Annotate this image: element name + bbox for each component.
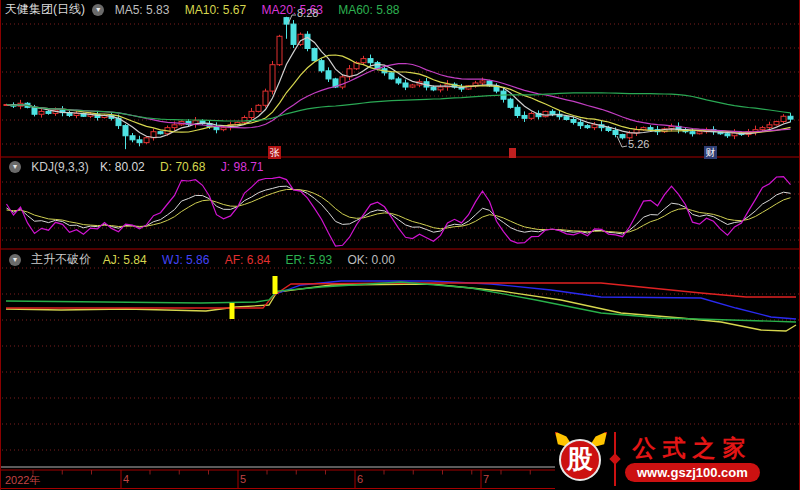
signal-marker-张: 张 bbox=[268, 146, 281, 159]
indicator-name: 主升不破价 bbox=[31, 252, 91, 266]
indicator-aj-value: AJ: 5.84 bbox=[103, 253, 147, 267]
indicator-af-value: AF: 6.84 bbox=[225, 253, 270, 267]
logo-url: www.gszj100.com bbox=[625, 463, 760, 482]
chart-canvas[interactable] bbox=[1, 0, 800, 490]
diamond-icon bbox=[609, 453, 620, 464]
ma10-value: MA10: 5.67 bbox=[185, 3, 246, 17]
axis-month-label: 4 bbox=[123, 473, 129, 485]
grid-lines bbox=[2, 24, 800, 450]
indicator-line-er bbox=[6, 282, 796, 322]
axis-year-label: 2022年 bbox=[5, 473, 40, 488]
kdj-name: KDJ(9,3,3) bbox=[31, 160, 88, 174]
logo-brand-text: 公式之家 bbox=[632, 435, 752, 461]
logo-stock-character: 股 bbox=[559, 439, 601, 481]
moving-average-lines bbox=[7, 38, 791, 138]
price-annotation-peak: 8.28 bbox=[297, 7, 318, 19]
kdj-panel-header: ▾ KDJ(9,3,3) K: 80.02 D: 70.68 J: 98.71 bbox=[5, 159, 276, 174]
indicator-panel-header: ▾ 主升不破价 AJ: 5.84 WJ: 5.86 AF: 6.84 ER: 5… bbox=[5, 251, 407, 268]
kdj-j-value: J: 98.71 bbox=[221, 160, 264, 174]
watermark-logo: 股 公式之家 www.gszj100.com bbox=[555, 428, 799, 489]
collapse-icon[interactable]: ▾ bbox=[9, 161, 21, 173]
stock-title: 天健集团(日线) bbox=[5, 2, 85, 16]
axis-month-label: 5 bbox=[240, 473, 246, 485]
indicator-signal-bars bbox=[230, 276, 278, 319]
signal-marker-财: 财 bbox=[704, 146, 717, 159]
signal-marker bbox=[509, 148, 516, 158]
stock-chart-app: 天健集团(日线) ▾ MA5: 5.83 MA10: 5.67 MA20: 5.… bbox=[0, 0, 800, 490]
logo-divider bbox=[614, 432, 616, 486]
indicator-ok-value: OK: 0.00 bbox=[348, 253, 395, 267]
collapse-icon[interactable]: ▾ bbox=[92, 4, 104, 16]
axis-month-label: 7 bbox=[483, 473, 489, 485]
axis-month-label: 6 bbox=[357, 473, 363, 485]
indicator-line-af bbox=[6, 283, 796, 308]
ma5-value: MA5: 5.83 bbox=[115, 3, 170, 17]
annotation-arrows bbox=[288, 15, 627, 147]
bull-icon: 股 bbox=[555, 432, 607, 486]
price-annotation-low: 5.26 bbox=[628, 138, 649, 150]
indicator-wj-value: WJ: 5.86 bbox=[162, 253, 209, 267]
kdj-k-value: K: 80.02 bbox=[100, 160, 145, 174]
collapse-icon[interactable]: ▾ bbox=[9, 254, 21, 266]
indicator-er-value: ER: 5.93 bbox=[285, 253, 332, 267]
ma60-value: MA60: 5.88 bbox=[338, 3, 399, 17]
indicator-lines bbox=[6, 281, 796, 331]
kdj-lines bbox=[7, 177, 791, 246]
main-chart-header: 天健集团(日线) ▾ MA5: 5.83 MA10: 5.67 MA20: 5.… bbox=[5, 1, 412, 18]
kdj-d-value: D: 70.68 bbox=[160, 160, 205, 174]
